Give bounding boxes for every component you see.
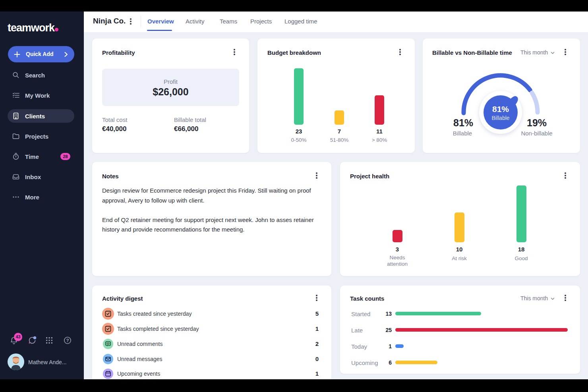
svg-text:?: ? (66, 338, 69, 343)
svg-text:81%: 81% (492, 104, 509, 114)
svg-text:Billable: Billable (491, 115, 509, 121)
